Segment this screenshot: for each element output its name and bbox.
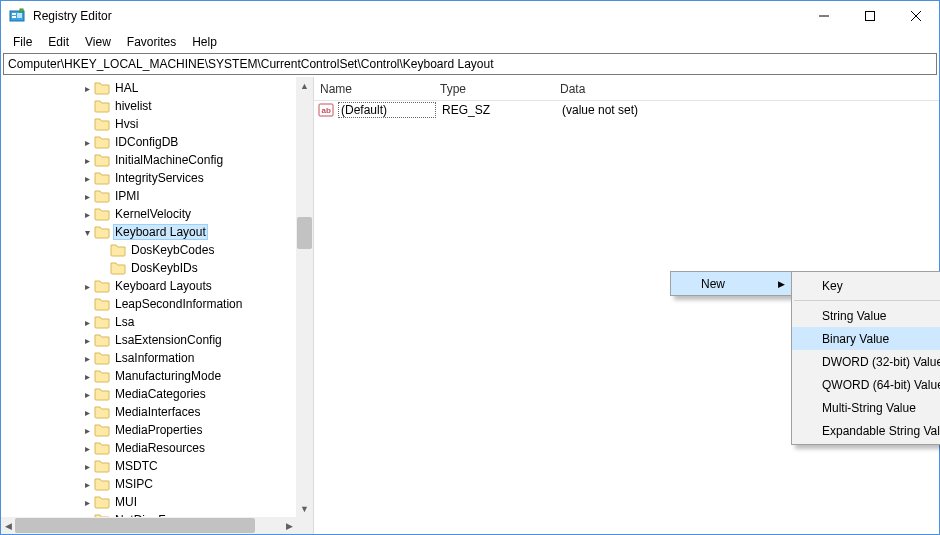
tree-expand-icon[interactable]: ▸	[81, 83, 93, 94]
tree-item-label: KernelVelocity	[113, 207, 193, 221]
menu-view[interactable]: View	[77, 33, 119, 51]
tree-item[interactable]: ▸Keyboard Layouts	[1, 277, 296, 295]
tree-vertical-scrollbar[interactable]: ▲ ▼	[296, 77, 313, 517]
tree-item[interactable]: ▸InitialMachineConfig	[1, 151, 296, 169]
value-row[interactable]: ab (Default) REG_SZ (value not set)	[314, 101, 939, 119]
tree-expand-icon[interactable]: ▸	[81, 281, 93, 292]
tree-expand-icon[interactable]: ▸	[81, 191, 93, 202]
folder-icon	[110, 261, 126, 275]
folder-icon	[94, 279, 110, 293]
tree-item[interactable]: Hvsi	[1, 115, 296, 133]
submenu-multi-label: Multi-String Value	[822, 401, 916, 415]
tree-item[interactable]: DosKeybIDs	[1, 259, 296, 277]
address-bar[interactable]: Computer\HKEY_LOCAL_MACHINE\SYSTEM\Curre…	[3, 53, 937, 75]
tree-collapse-icon[interactable]: ▾	[81, 227, 93, 238]
tree-pane: ▸HALhivelistHvsi▸IDConfigDB▸InitialMachi…	[1, 77, 314, 534]
tree-item[interactable]: ▸ManufacturingMode	[1, 367, 296, 385]
column-header-data[interactable]: Data	[554, 77, 939, 100]
window-title: Registry Editor	[33, 9, 112, 23]
tree-expand-icon[interactable]: ▸	[81, 389, 93, 400]
folder-icon	[94, 153, 110, 167]
scroll-down-icon[interactable]: ▼	[296, 500, 313, 517]
submenu-expandstring-value[interactable]: Expandable String Value	[792, 419, 940, 442]
address-path: Computer\HKEY_LOCAL_MACHINE\SYSTEM\Curre…	[8, 57, 494, 71]
scroll-thumb[interactable]	[297, 217, 312, 249]
submenu-multistring-value[interactable]: Multi-String Value	[792, 396, 940, 419]
tree-expand-icon[interactable]: ▸	[81, 155, 93, 166]
tree-item-label: Keyboard Layouts	[113, 279, 214, 293]
tree-item-label: HAL	[113, 81, 140, 95]
tree-item[interactable]: ▸LsaInformation	[1, 349, 296, 367]
tree-item[interactable]: ▸MediaInterfaces	[1, 403, 296, 421]
submenu-dword-value[interactable]: DWORD (32-bit) Value	[792, 350, 940, 373]
folder-icon	[110, 243, 126, 257]
context-menu-new-label: New	[701, 277, 725, 291]
tree-expand-icon[interactable]: ▸	[81, 173, 93, 184]
tree-expand-icon[interactable]: ▸	[81, 425, 93, 436]
tree-item[interactable]: ▸MSDTC	[1, 457, 296, 475]
tree-item[interactable]: ▸HAL	[1, 79, 296, 97]
tree-item[interactable]: ▸MUI	[1, 493, 296, 511]
tree-expand-icon[interactable]: ▸	[81, 407, 93, 418]
tree-item-label: DosKeybCodes	[129, 243, 216, 257]
tree-item[interactable]: ▸IntegrityServices	[1, 169, 296, 187]
close-button[interactable]	[893, 1, 939, 31]
scroll-left-icon[interactable]: ◀	[1, 517, 15, 534]
tree-item-label: IDConfigDB	[113, 135, 180, 149]
minimize-button[interactable]	[801, 1, 847, 31]
tree-expand-icon[interactable]: ▸	[81, 317, 93, 328]
submenu-binary-value[interactable]: Binary Value	[792, 327, 940, 350]
scroll-up-icon[interactable]: ▲	[296, 77, 313, 94]
tree-item[interactable]: ▸LsaExtensionConfig	[1, 331, 296, 349]
scroll-thumb[interactable]	[15, 518, 255, 533]
tree-item[interactable]: hivelist	[1, 97, 296, 115]
tree-expand-icon[interactable]: ▸	[81, 479, 93, 490]
folder-icon	[94, 387, 110, 401]
scroll-corner	[296, 517, 313, 534]
folder-icon	[94, 297, 110, 311]
submenu-qword-value[interactable]: QWORD (64-bit) Value	[792, 373, 940, 396]
tree-item-label: InitialMachineConfig	[113, 153, 225, 167]
folder-icon	[94, 333, 110, 347]
tree-item[interactable]: ▸MediaResources	[1, 439, 296, 457]
menu-file[interactable]: File	[5, 33, 40, 51]
tree-expand-icon[interactable]: ▸	[81, 137, 93, 148]
tree-item[interactable]: ▸IPMI	[1, 187, 296, 205]
tree-item[interactable]: ▸MSIPC	[1, 475, 296, 493]
column-header-name[interactable]: Name	[314, 77, 434, 100]
submenu-string-value[interactable]: String Value	[792, 304, 940, 327]
tree-item[interactable]: ▸IDConfigDB	[1, 133, 296, 151]
titlebar: Registry Editor	[1, 1, 939, 31]
tree-item[interactable]: ▸Lsa	[1, 313, 296, 331]
submenu-qword-label: QWORD (64-bit) Value	[822, 378, 940, 392]
tree-expand-icon[interactable]: ▸	[81, 335, 93, 346]
tree-expand-icon[interactable]: ▸	[81, 461, 93, 472]
tree-item[interactable]: ▸MediaCategories	[1, 385, 296, 403]
tree-expand-icon[interactable]: ▸	[81, 497, 93, 508]
submenu-key[interactable]: Key	[792, 274, 940, 297]
maximize-button[interactable]	[847, 1, 893, 31]
menu-favorites[interactable]: Favorites	[119, 33, 184, 51]
tree-item-label: MSDTC	[113, 459, 160, 473]
tree-item[interactable]: ▸KernelVelocity	[1, 205, 296, 223]
scroll-right-icon[interactable]: ▶	[282, 517, 296, 534]
tree-item[interactable]: ▾Keyboard Layout	[1, 223, 296, 241]
tree-horizontal-scrollbar[interactable]: ◀ ▶	[1, 517, 296, 534]
tree-item[interactable]: DosKeybCodes	[1, 241, 296, 259]
menu-edit[interactable]: Edit	[40, 33, 77, 51]
tree-item[interactable]: LeapSecondInformation	[1, 295, 296, 313]
folder-icon	[94, 99, 110, 113]
tree-expand-icon[interactable]: ▸	[81, 371, 93, 382]
tree-item[interactable]: ▸MediaProperties	[1, 421, 296, 439]
context-menu-new[interactable]: New ▶	[671, 272, 793, 295]
submenu-string-label: String Value	[822, 309, 886, 323]
tree-item-label: MediaResources	[113, 441, 207, 455]
tree-expand-icon[interactable]: ▸	[81, 353, 93, 364]
tree-item-label: MediaInterfaces	[113, 405, 202, 419]
folder-icon	[94, 315, 110, 329]
column-header-type[interactable]: Type	[434, 77, 554, 100]
menu-help[interactable]: Help	[184, 33, 225, 51]
registry-tree[interactable]: ▸HALhivelistHvsi▸IDConfigDB▸InitialMachi…	[1, 79, 296, 517]
tree-expand-icon[interactable]: ▸	[81, 443, 93, 454]
tree-expand-icon[interactable]: ▸	[81, 209, 93, 220]
